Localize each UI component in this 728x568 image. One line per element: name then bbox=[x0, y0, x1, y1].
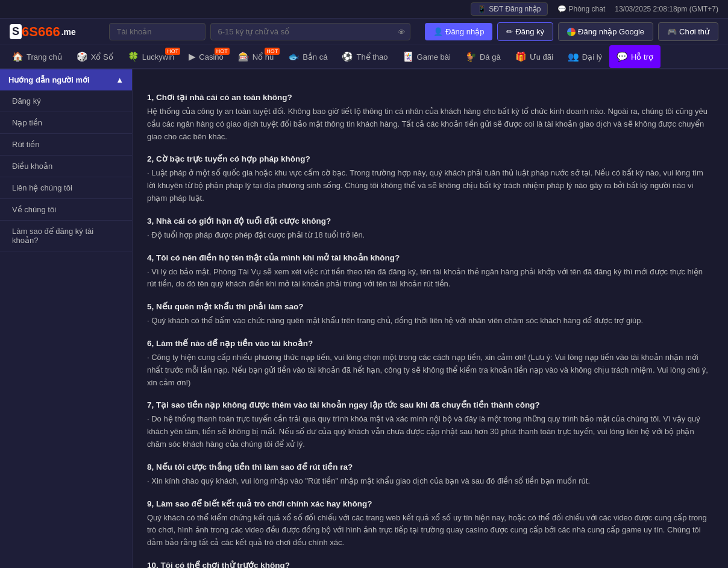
faq-question-10: 10, Tôi có thể chơi thử trước không? bbox=[147, 560, 714, 568]
faq-answer-9: Quý khách có thể kiểm chứng kết quả xổ s… bbox=[147, 512, 714, 549]
daily-icon: 👥 bbox=[568, 51, 579, 62]
nav-bar: 🏠 Trang chủ 🎲 Xổ Số 🍀 Luckywin HOT ▶ Cas… bbox=[0, 45, 728, 69]
hot-badge: HOT bbox=[265, 48, 280, 55]
try-play-button[interactable]: 🎮 Chơi thử bbox=[658, 22, 718, 41]
faq-item-1: 1, Chơi tại nhà cái có an toàn không? Hệ… bbox=[147, 92, 714, 143]
nav-item-ho-tro[interactable]: 💬 Hỗ trợ bbox=[609, 45, 661, 68]
faq-item-4: 4, Tôi có nên điền họ tên thật của mình … bbox=[147, 253, 714, 291]
header-buttons: 👤 Đăng nhập ✏ Đăng ký Đăng nhập Google 🎮… bbox=[425, 22, 718, 41]
hotro-icon: 💬 bbox=[617, 51, 628, 62]
sidebar-item-ve-chung-toi[interactable]: Về chúng tôi bbox=[0, 199, 132, 221]
login-icon: 👤 bbox=[433, 27, 443, 36]
casino-icon: ▶ bbox=[189, 51, 196, 62]
sidebar-item-dang-ky-tk[interactable]: Làm sao để đăng ký tài khoản? bbox=[0, 221, 132, 251]
faq-item-9: 9, Làm sao để biết kết quả trò chơi chín… bbox=[147, 499, 714, 549]
try-label: Chơi thử bbox=[679, 27, 709, 36]
hot-badge: HOT bbox=[165, 48, 180, 55]
faq-question-8: 8, Nếu tôi cược thắng tiền thì làm sao đ… bbox=[147, 462, 714, 472]
google-login-button[interactable]: Đăng nhập Google bbox=[558, 22, 653, 41]
datetime: 13/03/2025 2:08:18pm (GMT+7) bbox=[615, 5, 718, 13]
sidebar-item-nap-tien[interactable]: Nạp tiền bbox=[0, 112, 132, 134]
sidebar-item-label: Về chúng tôi bbox=[12, 205, 56, 214]
sidebar-item-dieu-khoan[interactable]: Điều khoản bbox=[0, 156, 132, 177]
faq-question-5: 5, Nếu quên mật khẩu thì phải làm sao? bbox=[147, 301, 714, 311]
google-icon bbox=[567, 28, 576, 36]
faq-question-4: 4, Tôi có nên điền họ tên thật của mình … bbox=[147, 253, 714, 262]
login-label: Đăng nhập bbox=[445, 27, 484, 36]
sidebar: Hướng dẫn người mới ▲ Đăng ký Nạp tiền R… bbox=[0, 69, 133, 568]
nav-item-no-hu[interactable]: 🎰 Nổ hũ HOT bbox=[231, 45, 281, 68]
main-layout: Hướng dẫn người mới ▲ Đăng ký Nạp tiền R… bbox=[0, 69, 728, 568]
logo-box: S bbox=[10, 24, 22, 39]
nav-item-dai-ly[interactable]: 👥 Đại lý bbox=[560, 45, 609, 68]
eye-icon[interactable]: 👁 bbox=[398, 27, 406, 36]
try-icon: 🎮 bbox=[667, 27, 677, 36]
login-button[interactable]: 👤 Đăng nhập bbox=[425, 23, 492, 40]
nav-item-da-ga[interactable]: 🐓 Đá gà bbox=[458, 45, 508, 68]
chat-icon: 💬 bbox=[557, 5, 566, 13]
nav-label: Hỗ trợ bbox=[631, 52, 653, 62]
register-icon: ✏ bbox=[506, 27, 513, 36]
faq-answer-3: · Độ tuổi hợp pháp được phép đặt cược ph… bbox=[147, 229, 714, 242]
home-icon: 🏠 bbox=[12, 51, 24, 62]
header: S 6S 666 .me 👁 👤 Đăng nhập ✏ Đăng ký Đăn… bbox=[0, 19, 728, 45]
nav-label: Trang chủ bbox=[27, 52, 62, 62]
nav-label: Đá gà bbox=[480, 52, 501, 62]
faq-question-2: 2, Cờ bạc trực tuyến có hợp pháp không? bbox=[147, 154, 714, 163]
faq-question-9: 9, Làm sao để biết kết quả trò chơi chín… bbox=[147, 499, 714, 508]
sidebar-header-label: Hướng dẫn người mới bbox=[8, 75, 90, 84]
phone-icon: 📱 bbox=[477, 5, 486, 13]
sdt-login-button[interactable]: 📱 SĐT Đăng nhập bbox=[471, 2, 547, 16]
sidebar-item-label: Nạp tiền bbox=[12, 118, 42, 127]
luckywin-icon: 🍀 bbox=[128, 51, 139, 62]
faq-question-1: 1, Chơi tại nhà cái có an toàn không? bbox=[147, 92, 714, 102]
nav-item-the-thao[interactable]: ⚽ Thể thao bbox=[334, 45, 395, 68]
faq-item-5: 5, Nếu quên mật khẩu thì phải làm sao? ·… bbox=[147, 301, 714, 327]
nav-item-game-bai[interactable]: 🃏 Game bài bbox=[395, 45, 458, 68]
nav-label: Bắn cá bbox=[303, 52, 327, 62]
sidebar-header[interactable]: Hướng dẫn người mới ▲ bbox=[0, 69, 132, 90]
phonechat: 💬 Phòng chat bbox=[557, 5, 606, 13]
sidebar-item-label: Rút tiền bbox=[12, 140, 40, 149]
register-button[interactable]: ✏ Đăng ký bbox=[497, 22, 553, 41]
top-bar: 📱 SĐT Đăng nhập 💬 Phòng chat 13/03/2025 … bbox=[0, 0, 728, 19]
logo-666: 666 bbox=[38, 24, 60, 40]
logo: S 6S 666 .me bbox=[10, 24, 94, 40]
register-label: Đăng ký bbox=[515, 27, 544, 36]
account-input[interactable] bbox=[109, 23, 206, 40]
sidebar-item-dang-ky[interactable]: Đăng ký bbox=[0, 90, 132, 112]
sidebar-item-label: Đăng ký bbox=[12, 96, 41, 106]
xoso-icon: 🎲 bbox=[77, 51, 88, 62]
hot-badge: HOT bbox=[215, 48, 230, 55]
banca-icon: 🐟 bbox=[288, 51, 300, 62]
nohu-icon: 🎰 bbox=[238, 51, 249, 62]
faq-item-2: 2, Cờ bạc trực tuyến có hợp pháp không? … bbox=[147, 154, 714, 204]
nav-item-luckywin[interactable]: 🍀 Luckywin HOT bbox=[121, 45, 181, 68]
sidebar-item-rut-tien[interactable]: Rút tiền bbox=[0, 134, 132, 156]
gamebai-icon: 🃏 bbox=[403, 51, 414, 62]
phonechat-label: Phòng chat bbox=[569, 5, 606, 13]
google-label: Đăng nhập Google bbox=[578, 27, 644, 36]
faq-item-3: 3, Nhà cái có giới hạn độ tuổi đặt cược … bbox=[147, 216, 714, 242]
faq-answer-4: · Vì lý do bảo mật, Phòng Tài Vụ sẽ xem … bbox=[147, 266, 714, 291]
faq-answer-6: · Công ty hiện cung cấp nhiều phương thứ… bbox=[147, 352, 714, 389]
faq-question-6: 6, Làm thế nào để nạp tiền vào tài khoản… bbox=[147, 338, 714, 348]
sidebar-item-label: Làm sao để đăng ký tài khoản? bbox=[12, 227, 93, 245]
nav-label: Thể thao bbox=[356, 52, 388, 62]
nav-item-ban-ca[interactable]: 🐟 Bắn cá bbox=[281, 45, 334, 68]
nav-item-uu-dai[interactable]: 🎁 Ưu đãi bbox=[508, 45, 560, 68]
sidebar-item-lien-he[interactable]: Liên hệ chúng tôi bbox=[0, 177, 132, 199]
nav-item-trang-chu[interactable]: 🏠 Trang chủ bbox=[5, 45, 69, 68]
nav-item-xo-so[interactable]: 🎲 Xổ Số bbox=[69, 45, 121, 68]
faq-item-10: 10, Tôi có thể chơi thử trước không? · C… bbox=[147, 560, 714, 568]
sidebar-item-label: Liên hệ chúng tôi bbox=[12, 183, 72, 192]
nav-item-casino[interactable]: ▶ Casino HOT bbox=[181, 45, 230, 68]
nav-label: Game bài bbox=[417, 52, 451, 62]
faq-answer-7: · Do hệ thống thanh toán trực tuyến cần … bbox=[147, 413, 714, 450]
search-container: 👁 bbox=[109, 23, 410, 40]
password-input[interactable] bbox=[210, 23, 410, 40]
nav-label: Đại lý bbox=[582, 52, 602, 62]
password-container: 👁 bbox=[210, 23, 410, 40]
faq-item-6: 6, Làm thế nào để nạp tiền vào tài khoản… bbox=[147, 338, 714, 389]
faq-content: 1, Chơi tại nhà cái có an toàn không? Hệ… bbox=[133, 69, 728, 568]
